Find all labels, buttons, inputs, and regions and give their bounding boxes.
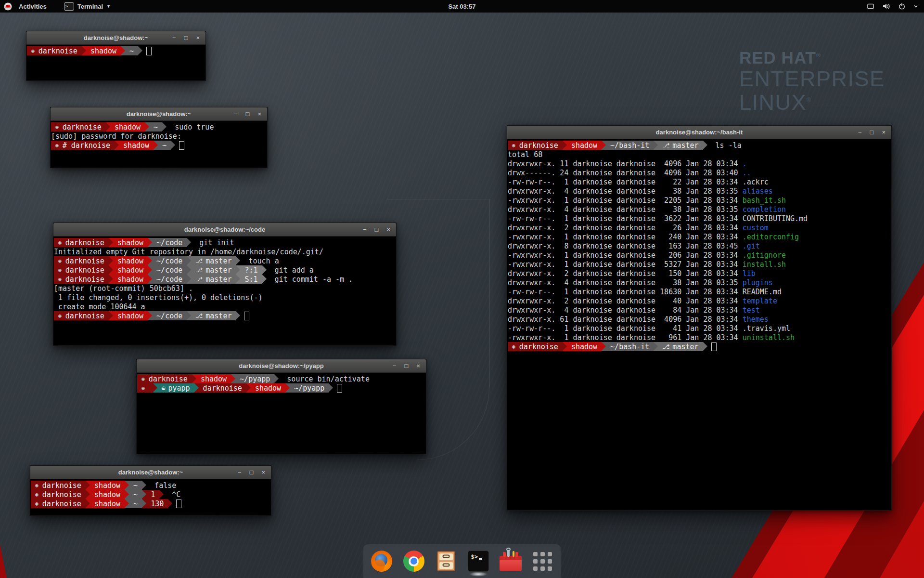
terminal-line: ◉darknoiseshadow~/bash-it⎇master	[508, 342, 891, 351]
redhat-icon: ◉	[31, 48, 35, 53]
terminal-content[interactable]: ◉darknoiseshadow~/bash-it⎇master ls -lat…	[507, 139, 891, 510]
terminal-line: [sudo] password for darknoise:	[51, 131, 267, 141]
redhat-icon: ◉	[35, 501, 38, 506]
terminal-icon-glyph: $>	[471, 553, 478, 560]
maximize-button[interactable]: □	[246, 111, 250, 117]
maximize-button[interactable]: □	[405, 363, 409, 369]
wallpaper-line	[489, 199, 490, 388]
terminal-content[interactable]: ◉darknoiseshadow~/pyapp source bin/activ…	[137, 373, 426, 454]
files-icon[interactable]	[435, 550, 457, 572]
close-button[interactable]: ×	[386, 226, 390, 233]
terminal-line: drwxrwxr-x. 2 darknoise darknoise 40 Jan…	[508, 296, 891, 305]
rhel-logo-linux: LINUX	[739, 90, 807, 115]
maximize-button[interactable]: □	[250, 469, 254, 475]
registered-mark: ®	[816, 52, 821, 59]
terminal-line: -rwxrwxr-x. 1 darknoise darknoise 2205 J…	[508, 196, 891, 205]
terminal-cursor	[244, 312, 249, 320]
top-bar: Activities > Terminal ▼ Sat 03:57	[0, 0, 924, 13]
display-icon[interactable]	[867, 2, 874, 10]
terminal-line: ◉darknoiseshadow~	[27, 46, 205, 55]
chevron-down-icon[interactable]	[913, 4, 918, 9]
terminal-line: drwxrwxr-x. 61 darknoise darknoise 4096 …	[508, 315, 891, 324]
terminal-content[interactable]: ◉darknoiseshadow~ false◉darknoiseshadow~…	[30, 479, 271, 515]
close-button[interactable]: ×	[196, 35, 200, 41]
terminal-line: ◉darknoiseshadow~1 ^C	[31, 490, 271, 499]
terminal-line: ◉# darknoiseshadow~	[51, 141, 267, 150]
terminal-line: drwx------. 24 darknoise darknoise 4096 …	[508, 168, 891, 177]
terminal-line: drwxrwxr-x. 11 darknoise darknoise 4096 …	[508, 159, 891, 168]
branch-icon: ⎇	[195, 276, 203, 282]
terminal-line: drwxrwxr-x. 4 darknoise darknoise 84 Jan…	[508, 305, 891, 315]
maximize-button[interactable]: □	[184, 35, 188, 41]
app-menu-terminal[interactable]: > Terminal ▼	[60, 1, 115, 12]
clock[interactable]: Sat 03:57	[448, 3, 475, 10]
terminal-window: darknoise@shadow:~ − □ × ◉darknoiseshado…	[26, 31, 206, 81]
volume-icon[interactable]	[882, 2, 890, 10]
window-titlebar[interactable]: darknoise@shadow:~ − □ ×	[30, 466, 271, 479]
window-titlebar[interactable]: darknoise@shadow:~/bash-it − □ ×	[507, 126, 891, 139]
redhat-icon: ◉	[58, 267, 62, 273]
terminal-line: Initialized empty Git repository in /hom…	[54, 247, 396, 256]
branch-icon: ⎇	[662, 343, 669, 350]
window-title: darknoise@shadow:~/code	[53, 226, 396, 233]
minimize-button[interactable]: −	[393, 363, 397, 369]
terminal-line: drwxrwxr-x. 2 darknoise darknoise 26 Jan…	[508, 223, 891, 232]
terminal-window: darknoise@shadow:~ − □ × ◉darknoiseshado…	[50, 107, 268, 168]
activities-button[interactable]: Activities	[16, 3, 50, 10]
minimize-button[interactable]: −	[238, 469, 242, 475]
minimize-button[interactable]: −	[363, 226, 367, 233]
minimize-button[interactable]: −	[172, 35, 176, 41]
firefox-icon[interactable]	[371, 550, 393, 572]
redhat-icon: ◉	[55, 143, 59, 148]
terminal-cursor	[179, 141, 184, 150]
minimize-button[interactable]: −	[234, 111, 238, 117]
toolbox-icon[interactable]	[500, 550, 522, 572]
branch-icon: ⎇	[662, 142, 669, 148]
terminal-cursor	[146, 47, 152, 55]
redhat-icon: ◉	[55, 124, 59, 130]
window-titlebar[interactable]: darknoise@shadow:~ − □ ×	[51, 107, 267, 121]
maximize-button[interactable]: □	[870, 129, 874, 135]
app-grid-icon[interactable]	[532, 550, 554, 572]
terminal-line: ◉darknoiseshadow~130	[31, 499, 271, 508]
window-titlebar[interactable]: darknoise@shadow:~/pyapp − □ ×	[137, 359, 426, 373]
terminal-line: drwxrwxr-x. 4 darknoise darknoise 38 Jan…	[508, 186, 891, 196]
minimize-button[interactable]: −	[858, 129, 862, 135]
dock: $>	[363, 544, 561, 578]
terminal-content[interactable]: ◉darknoiseshadow~ sudo true[sudo] passwo…	[51, 121, 267, 168]
close-button[interactable]: ×	[882, 129, 886, 135]
window-titlebar[interactable]: darknoise@shadow:~/code − □ ×	[53, 223, 396, 236]
chrome-icon[interactable]	[403, 550, 425, 572]
terminal-line: ◉darknoiseshadow~/pyapp source bin/activ…	[137, 374, 426, 383]
redhat-icon: ◉	[35, 483, 38, 488]
branch-icon: ⎇	[195, 267, 203, 273]
terminal-line: drwxrwxr-x. 8 darknoise darknoise 163 Ja…	[508, 241, 891, 250]
window-title: darknoise@shadow:~/pyapp	[137, 362, 426, 369]
terminal-content[interactable]: ◉darknoiseshadow~	[26, 45, 205, 80]
terminal-line: ◉darknoiseshadow~ sudo true	[51, 122, 267, 131]
close-button[interactable]: ×	[416, 363, 420, 369]
wallpaper-line	[386, 199, 489, 199]
terminal-line: drwxrwxr-x. 4 darknoise darknoise 38 Jan…	[508, 278, 891, 287]
close-button[interactable]: ×	[261, 469, 265, 475]
terminal-icon[interactable]: $>	[467, 550, 489, 572]
terminal-content[interactable]: ◉darknoiseshadow~/code git initInitializ…	[53, 236, 396, 345]
redhat-icon: ◉	[35, 492, 38, 497]
redhat-icon: ◉	[58, 276, 62, 282]
terminal-line: -rw-rw-r--. 1 darknoise darknoise 41 Jan…	[508, 324, 891, 333]
close-button[interactable]: ×	[257, 111, 261, 117]
window-title: darknoise@shadow:~/bash-it	[507, 129, 891, 136]
terminal-line: drwxrwxr-x. 2 darknoise darknoise 150 Ja…	[508, 269, 891, 278]
terminal-line: -rw-rw-r--. 1 darknoise darknoise 3622 J…	[508, 214, 891, 223]
chevron-down-icon: ▼	[106, 4, 111, 9]
terminal-window: darknoise@shadow:~/bash-it − □ × ◉darkno…	[507, 125, 892, 511]
python-icon: ☯	[162, 385, 166, 391]
terminal-line: -rw-rw-r--. 1 darknoise darknoise 18630 …	[508, 287, 891, 296]
terminal-cursor	[176, 499, 181, 508]
maximize-button[interactable]: □	[375, 226, 379, 233]
window-titlebar[interactable]: darknoise@shadow:~ − □ ×	[26, 31, 205, 45]
redhat-icon: ◉	[58, 313, 62, 318]
terminal-window: darknoise@shadow:~/pyapp − □ × ◉darknois…	[136, 359, 426, 454]
redhat-icon: ◉	[141, 376, 145, 381]
power-icon[interactable]	[898, 2, 906, 10]
